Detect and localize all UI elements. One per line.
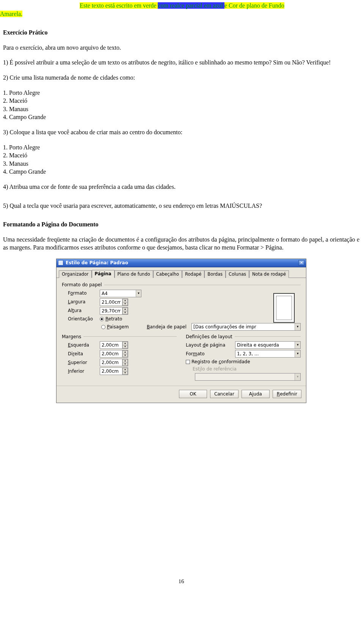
close-icon[interactable]: × [298, 260, 304, 265]
label-orientation: Orientação [62, 316, 97, 322]
tab-strip: Organizador Página Plano de fundo Cabeça… [56, 267, 306, 278]
question-2: 2) Crie uma lista numerada de nome de ci… [3, 74, 359, 82]
list-item: 3. Manaus [3, 160, 359, 168]
combo-reference-style: ▾ [195, 373, 301, 381]
format-body: Uma necessidade freqüente na criação de … [3, 235, 359, 252]
chevron-down-icon[interactable]: ▾ [295, 323, 300, 330]
field-right-margin[interactable]: ▴▾ [100, 350, 128, 358]
spin-up-icon[interactable]: ▴ [122, 359, 128, 363]
spin-down-icon[interactable]: ▾ [122, 345, 128, 348]
label-format: Formato [62, 290, 97, 296]
spin-down-icon[interactable]: ▾ [122, 311, 128, 314]
help-button[interactable]: Ajuda [242, 390, 270, 398]
chevron-down-icon: ▾ [295, 373, 300, 380]
label-top-margin: Superior [62, 359, 97, 366]
combo-page-layout[interactable]: ▾ [235, 341, 301, 349]
dialog-title: Estilo de Página: Padrao [66, 260, 128, 266]
field-height[interactable]: ▴▾ [100, 307, 128, 315]
spin-up-icon[interactable]: ▴ [122, 308, 128, 311]
tab-pagina[interactable]: Página [92, 270, 115, 278]
field-bottom-margin[interactable]: ▴▾ [100, 367, 128, 375]
chevron-down-icon[interactable]: ▾ [295, 342, 300, 348]
list-item: 3. Manaus [3, 105, 359, 113]
label-reference-style: Estilo de referência [186, 366, 237, 372]
label-height: Altura [62, 308, 97, 314]
input-top-margin[interactable] [100, 360, 122, 365]
field-width[interactable]: ▴▾ [100, 298, 128, 306]
header-line2: Amarela. [0, 11, 22, 17]
input-width[interactable] [100, 300, 122, 305]
label-page-layout: Layout de página [186, 342, 233, 348]
spin-up-icon[interactable]: ▴ [122, 350, 128, 354]
combo-number-format[interactable]: ▾ [235, 350, 301, 358]
spin-down-icon[interactable]: ▾ [122, 354, 128, 357]
spin-up-icon[interactable]: ▴ [122, 342, 128, 345]
exercise-title: Exercício Prático [3, 28, 359, 37]
header-part3: e Cor de plano de Fundo [224, 2, 284, 9]
dialog-panel: Formato do papel Formato ▾ Largura ▴▾ [56, 278, 306, 383]
label-paper-tray: Bandeja de papel [147, 324, 188, 330]
label-right-margin: Direita [62, 351, 97, 357]
spin-down-icon[interactable]: ▾ [122, 371, 128, 375]
ok-button[interactable]: OK [179, 390, 207, 398]
checkbox-icon [186, 360, 190, 364]
input-left-margin[interactable] [100, 342, 122, 348]
radio-landscape[interactable]: Paisagem [101, 324, 143, 330]
combo-number-format-input[interactable] [235, 351, 295, 356]
intro-text: Para o exercício, abra um novo arquivo d… [3, 44, 359, 52]
input-bottom-margin[interactable] [100, 369, 122, 374]
list-item: 4. Campo Grande [3, 113, 359, 121]
combo-paper-tray-input[interactable] [192, 324, 295, 330]
radio-icon [101, 325, 105, 329]
combo-page-layout-input[interactable] [235, 342, 295, 348]
tab-plano-de-fundo[interactable]: Plano de fundo [115, 270, 153, 278]
format-title: Formatando a Página do Documento [3, 220, 359, 229]
header-part2: com realce parcial em azul [158, 2, 224, 9]
combo-paper-format-input[interactable] [100, 291, 136, 296]
header-part1: Este texto está escrito em verde [80, 2, 158, 9]
field-top-margin[interactable]: ▴▾ [100, 359, 128, 366]
question-1: 1) É possível atribuir a uma seleção de … [3, 58, 359, 67]
city-list-b: 1. Porto Alegre 2. Maceió 3. Manaus 4. C… [3, 143, 359, 176]
spin-down-icon[interactable]: ▾ [122, 363, 128, 366]
combo-paper-format[interactable]: ▾ [100, 290, 141, 297]
spin-down-icon[interactable]: ▾ [122, 302, 128, 306]
group-margins: Margens [62, 334, 81, 340]
tab-cabecalho[interactable]: Cabeçalho [153, 270, 182, 278]
radio-icon [100, 317, 104, 321]
tab-rodape[interactable]: Rodapé [182, 270, 204, 278]
field-left-margin[interactable]: ▴▾ [100, 341, 128, 349]
question-5: 5) Qual a tecla que você usaria para esc… [3, 202, 359, 210]
question-3: 3) Coloque a lista que você acabou de cr… [3, 128, 359, 137]
paper-preview [273, 293, 295, 323]
combo-paper-tray[interactable]: ▾ [191, 323, 301, 331]
group-layout: Definições de layout [186, 334, 232, 340]
chevron-down-icon[interactable]: ▾ [295, 350, 300, 357]
city-list-a: 1. Porto Alegre 2. Maceió 3. Manaus 4. C… [3, 89, 359, 121]
list-item: 2. Maceió [3, 97, 359, 105]
list-item: 1. Porto Alegre [3, 143, 359, 152]
reset-button[interactable]: Redefinir [273, 390, 301, 398]
input-height[interactable] [100, 308, 122, 314]
check-register-true[interactable]: Registro de conformidade [186, 359, 250, 365]
spin-up-icon[interactable]: ▴ [122, 368, 128, 371]
cancel-button[interactable]: Cancelar [210, 390, 238, 398]
page-style-dialog: Estilo de Página: Padrao × Organizador P… [56, 259, 306, 403]
question-4: 4) Atribua uma cor de fonte de sua prefe… [3, 183, 359, 191]
dialog-titlebar[interactable]: Estilo de Página: Padrao × [56, 259, 306, 267]
list-item: 2. Maceió [3, 151, 359, 160]
tab-colunas[interactable]: Colunas [226, 270, 249, 278]
list-item: 4. Campo Grande [3, 168, 359, 176]
dialog-button-bar: OK Cancelar Ajuda Redefinir [56, 386, 306, 403]
tab-bordas[interactable]: Bordas [204, 270, 226, 278]
document-content: Exercício Prático Para o exercício, abra… [0, 28, 364, 585]
radio-portrait[interactable]: Retrato [100, 316, 122, 322]
input-right-margin[interactable] [100, 351, 122, 356]
spin-up-icon[interactable]: ▴ [122, 299, 128, 302]
tab-nota-de-rodape[interactable]: Nota de rodapé [249, 270, 289, 278]
group-paper-format: Formato do papel [62, 282, 102, 288]
page-number: 16 [3, 577, 359, 585]
tab-organizador[interactable]: Organizador [59, 270, 92, 278]
label-left-margin: Esquerda [62, 342, 97, 348]
chevron-down-icon[interactable]: ▾ [136, 290, 141, 297]
